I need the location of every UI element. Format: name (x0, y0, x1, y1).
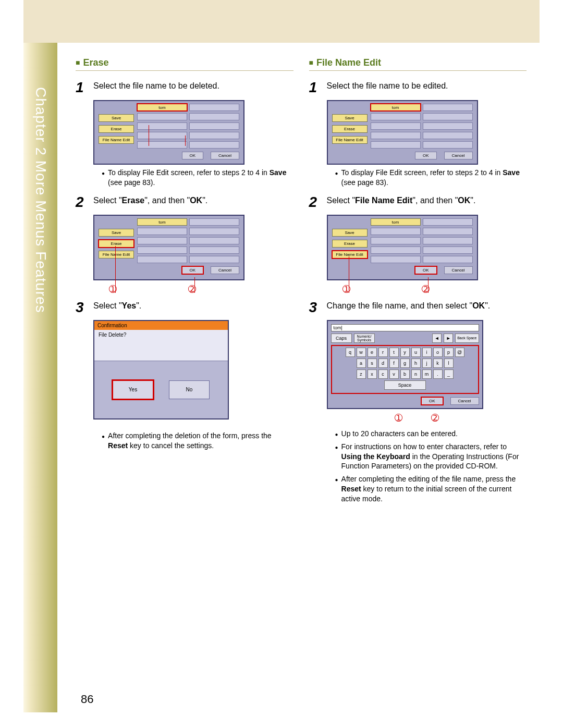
file-slot[interactable] (189, 228, 239, 235)
key-b[interactable]: b (400, 369, 410, 379)
file-slot[interactable] (189, 218, 239, 226)
file-slot[interactable] (423, 218, 473, 226)
save-button[interactable]: Save (99, 229, 134, 237)
filename-input[interactable]: tom| (331, 324, 479, 331)
file-slot[interactable] (137, 141, 187, 149)
key-z[interactable]: z (357, 369, 366, 379)
file-slot[interactable] (423, 141, 473, 149)
key-f[interactable]: f (389, 359, 399, 368)
file-slot[interactable] (189, 141, 239, 149)
erase-button[interactable]: Erase (332, 240, 368, 248)
key-k[interactable]: k (433, 359, 443, 368)
file-slot[interactable] (371, 256, 421, 263)
key-c[interactable]: c (378, 369, 388, 379)
key-e[interactable]: e (368, 348, 377, 357)
key-d[interactable]: d (378, 359, 388, 368)
cancel-button[interactable]: Cancel (450, 397, 479, 405)
ok-button[interactable]: OK (182, 152, 204, 159)
file-slot[interactable] (423, 246, 473, 254)
file-slot[interactable] (137, 122, 187, 130)
file-slot[interactable] (189, 237, 239, 244)
key-.[interactable]: . (433, 369, 443, 379)
key-@[interactable]: @ (455, 348, 464, 357)
file-slot[interactable] (371, 246, 421, 254)
file-item-tom[interactable]: tom (371, 104, 421, 111)
key-o[interactable]: o (433, 348, 443, 357)
arrow-left-key[interactable]: ◄ (432, 334, 442, 343)
cancel-button[interactable]: Cancel (444, 152, 473, 159)
erase-button[interactable]: Erase (99, 125, 134, 133)
file-slot[interactable] (189, 122, 239, 130)
key-w[interactable]: w (357, 348, 366, 357)
key-p[interactable]: p (444, 348, 454, 357)
file-slot[interactable] (423, 104, 473, 111)
ok-button[interactable]: OK (421, 397, 443, 405)
key-s[interactable]: s (368, 359, 377, 368)
file-slot[interactable] (423, 132, 473, 139)
file-slot[interactable] (137, 132, 187, 139)
file-slot[interactable] (423, 237, 473, 244)
file-slot[interactable] (371, 113, 421, 120)
key-a[interactable]: a (357, 359, 366, 368)
key-g[interactable]: g (400, 359, 410, 368)
file-slot[interactable] (189, 132, 239, 139)
key-q[interactable]: q (346, 348, 355, 357)
file-slot[interactable] (137, 228, 187, 235)
file-slot[interactable] (189, 104, 239, 111)
file-slot[interactable] (371, 141, 421, 149)
key-m[interactable]: m (422, 369, 432, 379)
save-button[interactable]: Save (332, 229, 368, 237)
file-item-tom[interactable]: tom (137, 218, 187, 226)
cancel-button[interactable]: Cancel (444, 266, 473, 274)
key-l[interactable]: l (444, 359, 454, 368)
file-slot[interactable] (189, 256, 239, 263)
file-slot[interactable] (423, 113, 473, 120)
file-slot[interactable] (371, 237, 421, 244)
yes-button[interactable]: Yes (113, 380, 153, 399)
file-slot[interactable] (137, 113, 187, 120)
file-slot[interactable] (371, 122, 421, 130)
key-v[interactable]: v (389, 369, 399, 379)
space-key[interactable]: Space (384, 380, 426, 390)
ok-button[interactable]: OK (182, 266, 204, 274)
save-button[interactable]: Save (99, 114, 134, 122)
ok-button[interactable]: OK (415, 152, 437, 159)
no-button[interactable]: No (169, 380, 210, 399)
file-slot[interactable] (371, 132, 421, 139)
file-slot[interactable] (189, 113, 239, 120)
backspace-key[interactable]: Back Space (455, 334, 479, 343)
file-item-tom[interactable]: tom (371, 218, 421, 226)
erase-button[interactable]: Erase (332, 125, 368, 133)
file-item-tom[interactable]: tom (137, 104, 187, 111)
file-slot[interactable] (371, 228, 421, 235)
file-name-edit-button[interactable]: File Name Edit (99, 251, 134, 258)
file-name-edit-button[interactable]: File Name Edit (99, 136, 134, 144)
numeric-symbols-key[interactable]: Numeric/ Symbols (354, 334, 375, 343)
key-_[interactable]: _ (444, 369, 454, 379)
key-i[interactable]: i (422, 348, 432, 357)
file-slot[interactable] (137, 246, 187, 254)
key-h[interactable]: h (411, 359, 421, 368)
key-u[interactable]: u (411, 348, 421, 357)
file-name-edit-button[interactable]: File Name Edit (332, 251, 368, 258)
key-x[interactable]: x (368, 369, 377, 379)
cancel-button[interactable]: Cancel (211, 266, 239, 274)
file-slot[interactable] (423, 256, 473, 263)
cancel-button[interactable]: Cancel (211, 152, 239, 159)
key-y[interactable]: y (400, 348, 410, 357)
key-r[interactable]: r (378, 348, 388, 357)
key-j[interactable]: j (422, 359, 432, 368)
file-slot[interactable] (423, 228, 473, 235)
key-n[interactable]: n (411, 369, 421, 379)
arrow-right-key[interactable]: ► (444, 334, 453, 343)
file-slot[interactable] (137, 237, 187, 244)
file-slot[interactable] (137, 256, 187, 263)
file-name-edit-button[interactable]: File Name Edit (332, 136, 368, 144)
file-slot[interactable] (189, 246, 239, 254)
key-t[interactable]: t (389, 348, 399, 357)
save-button[interactable]: Save (332, 114, 368, 122)
ok-button[interactable]: OK (415, 266, 437, 274)
caps-key[interactable]: Caps (331, 334, 352, 343)
file-slot[interactable] (423, 122, 473, 130)
erase-button[interactable]: Erase (99, 240, 134, 248)
